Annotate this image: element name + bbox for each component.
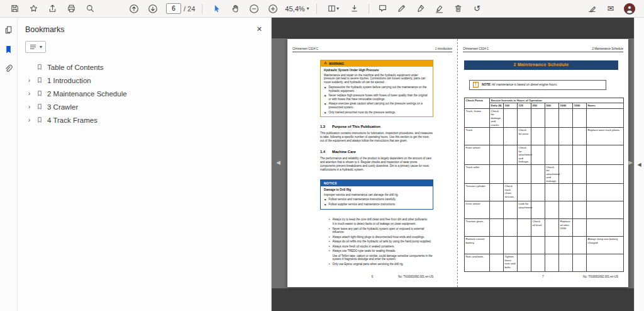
pencil-annotate-button[interactable] bbox=[394, 2, 409, 16]
bookmark-item-track-frames[interactable]: › 4 Track Frames bbox=[25, 113, 264, 127]
toolbar-divider bbox=[369, 4, 369, 14]
comment-button[interactable] bbox=[375, 2, 391, 16]
rotate-button[interactable]: ↺ bbox=[470, 2, 485, 16]
navigation-rail bbox=[0, 18, 18, 311]
interval-cell bbox=[573, 237, 587, 254]
page-display-button[interactable]: ▾ bbox=[323, 2, 343, 16]
star-button[interactable] bbox=[26, 2, 41, 16]
column-group-header: Service Intervals in Hours of Operation bbox=[490, 98, 624, 103]
interval-cell bbox=[545, 237, 559, 254]
note-text: NOTE: All maintenance is based on diesel… bbox=[482, 83, 557, 87]
check-point-cell: Traction gears bbox=[465, 219, 490, 237]
interval-cell bbox=[559, 237, 573, 254]
two-page-view-icon bbox=[327, 4, 336, 13]
column-header: Notes bbox=[587, 103, 624, 109]
interval-cell bbox=[490, 201, 504, 219]
bookmark-icon bbox=[36, 116, 43, 124]
next-page-button[interactable] bbox=[145, 2, 160, 16]
scroll-mode-button[interactable] bbox=[347, 2, 362, 16]
interval-cell bbox=[504, 145, 518, 165]
toolbar: / 24 45,4% ▾ ▾ bbox=[0, 0, 644, 18]
bookmark-item-table-of-contents[interactable]: Table of Contents bbox=[25, 60, 264, 74]
machine-care-list: •Always try to keep the core drill clean… bbox=[320, 218, 433, 266]
email-button[interactable]: ✉ bbox=[603, 2, 618, 16]
bookmarks-panel: Bookmarks ✕ ▾ Table of Contents › 1 Intr… bbox=[18, 18, 272, 311]
tools-pane-handle[interactable]: ◀ bbox=[634, 18, 644, 311]
next-page-arrow[interactable]: ▶ bbox=[628, 160, 633, 166]
section-number: 1.3 bbox=[320, 125, 325, 130]
header-chapter: 2 Maintenance Schedule bbox=[592, 47, 623, 50]
adjacent-spread-bottom bbox=[272, 288, 634, 311]
table-row: Nuts and boltsTighten loose nuts and bol… bbox=[465, 254, 624, 272]
ink-signature-button[interactable] bbox=[413, 2, 428, 16]
interval-cell bbox=[587, 108, 624, 128]
find-button[interactable] bbox=[82, 2, 97, 16]
table-body: Track, frameCheck for damage and cracks.… bbox=[465, 108, 624, 272]
notice-intro: Improper service and maintenance can dam… bbox=[324, 193, 430, 197]
table-row: Track rollerCheck for attachment and lea… bbox=[465, 164, 624, 184]
interval-cell bbox=[559, 108, 573, 128]
delete-button[interactable] bbox=[451, 2, 466, 16]
bookmark-item-introduction[interactable]: › 1 Introduction bbox=[25, 74, 264, 87]
list-item: ▶Only trained personnel must do the pres… bbox=[324, 111, 430, 115]
share-button[interactable] bbox=[45, 2, 60, 16]
notice-label: NOTICE bbox=[321, 180, 433, 186]
select-tool-button[interactable] bbox=[209, 2, 224, 16]
main-area: Bookmarks ✕ ▾ Table of Contents › 1 Intr… bbox=[0, 18, 644, 311]
interval-cell: Tighten loose nuts and bolts. bbox=[504, 254, 518, 272]
page-thumbnails-button[interactable] bbox=[3, 24, 15, 35]
bookmark-item-crawler[interactable]: › 3 Crawler bbox=[25, 100, 264, 113]
header-model: Christensen CS14 C bbox=[463, 47, 489, 50]
page-footer: 6 No: TIG0001692.001 en-US bbox=[287, 275, 457, 279]
previous-page-button[interactable] bbox=[126, 2, 142, 16]
chevron-right-icon[interactable]: › bbox=[26, 77, 32, 84]
bookmark-options-button[interactable]: ▾ bbox=[25, 41, 46, 53]
interval-cell bbox=[531, 108, 545, 128]
chevron-right-icon[interactable]: › bbox=[26, 103, 32, 110]
header-chapter: 1 Introduction bbox=[435, 47, 452, 50]
account-button[interactable] bbox=[622, 2, 637, 16]
document-viewer[interactable]: ◀ ▶ Christensen CS14 C 1 Introduction ⚠ … bbox=[272, 18, 634, 311]
interval-cell bbox=[559, 128, 573, 145]
warning-label: WARNING bbox=[329, 62, 344, 66]
interval-cell bbox=[518, 108, 531, 128]
interval-cell bbox=[531, 164, 545, 184]
interval-cell bbox=[587, 184, 624, 201]
column-header: 100 bbox=[504, 103, 518, 109]
bookmarks-panel-button[interactable] bbox=[3, 43, 15, 55]
chevron-right-icon[interactable]: › bbox=[26, 90, 32, 97]
pencil-icon bbox=[397, 4, 406, 13]
zoom-out-button[interactable] bbox=[247, 2, 262, 16]
print-button[interactable] bbox=[64, 2, 79, 16]
interval-cell bbox=[518, 237, 531, 254]
save-icon bbox=[10, 4, 19, 13]
interval-cell bbox=[587, 145, 624, 165]
page-number-input[interactable] bbox=[166, 3, 181, 14]
save-button[interactable] bbox=[7, 2, 22, 16]
bookmark-icon bbox=[36, 76, 43, 84]
attachments-button[interactable] bbox=[3, 63, 15, 74]
interval-cell bbox=[587, 219, 624, 237]
section-number: 1.4 bbox=[320, 150, 325, 155]
interval-cell bbox=[573, 184, 587, 201]
list-item: •Always try to keep the core drill clean… bbox=[328, 218, 433, 222]
interval-cell: Always keep one battery charged. bbox=[587, 237, 624, 254]
bookmark-label: 1 Introduction bbox=[47, 77, 91, 84]
previous-page-arrow[interactable]: ◀ bbox=[276, 160, 280, 166]
zoom-level-dropdown[interactable]: 45,4% ▾ bbox=[285, 5, 309, 13]
bookmark-item-maintenance-schedule[interactable]: › 2 Maintenance Schedule bbox=[25, 87, 264, 100]
zoom-in-button[interactable] bbox=[265, 2, 280, 16]
highlight-button[interactable] bbox=[432, 2, 447, 16]
close-icon[interactable]: ✕ bbox=[255, 24, 264, 35]
bookmarks-panel-title: Bookmarks bbox=[25, 25, 65, 34]
interval-cell bbox=[518, 219, 531, 237]
pdf-viewer-app: / 24 45,4% ▾ ▾ bbox=[0, 0, 644, 311]
sign-document-button[interactable] bbox=[584, 2, 599, 16]
list-item: Use of Teflon tape, oakum or similar, co… bbox=[328, 254, 433, 262]
document-number: No: TIG0001692.001 en-US bbox=[583, 275, 618, 278]
interval-cell bbox=[573, 145, 587, 165]
hand-tool-button[interactable] bbox=[228, 2, 243, 16]
interval-cell bbox=[531, 254, 545, 272]
interval-cell bbox=[490, 164, 504, 184]
chevron-right-icon[interactable]: › bbox=[26, 116, 32, 123]
